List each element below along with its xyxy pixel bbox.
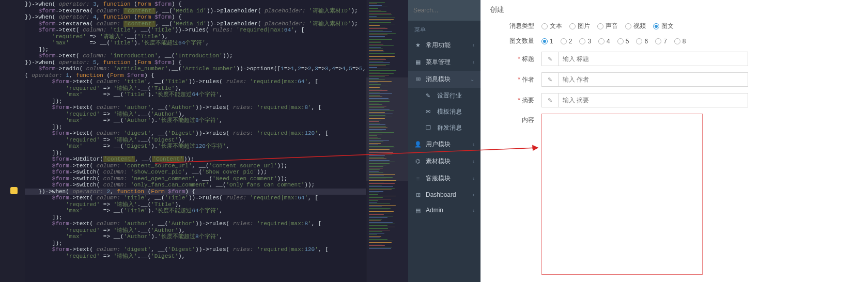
- code-line[interactable]: ]);: [25, 240, 408, 247]
- code-line[interactable]: $form->text( column: 'author', __('Autho…: [25, 221, 408, 227]
- author-input[interactable]: [559, 73, 748, 86]
- msg-type-option[interactable]: 图文: [653, 22, 674, 30]
- label-content: 内容: [490, 114, 541, 124]
- code-line[interactable]: 'max' => __('Title').'长度不能超过64个字符',: [25, 208, 408, 214]
- code-line[interactable]: 'max' => __('Title').'长度不能超过64个字符',: [25, 40, 408, 46]
- code-line[interactable]: $form->text( column: 'title', __('Title'…: [25, 79, 408, 85]
- minimap-line: [369, 222, 393, 223]
- content-editor[interactable]: [541, 114, 703, 275]
- msg-type-option[interactable]: 图片: [569, 22, 590, 30]
- code-line[interactable]: ]);: [25, 46, 408, 53]
- code-line[interactable]: 'required' => '请输入'.__('Author'),: [25, 227, 408, 234]
- radio-label: 视频: [633, 22, 646, 30]
- intention-bulb-icon[interactable]: [10, 187, 18, 194]
- code-line[interactable]: 'max' => __('Title').'长度不能超过64个字符',: [25, 91, 408, 98]
- code-line[interactable]: 'required' => '请输入'.__('Title'),: [25, 201, 408, 208]
- code-line[interactable]: $form->textarea( column: 'content', __('…: [25, 8, 408, 14]
- code-line[interactable]: ]);: [25, 214, 408, 221]
- editor-gutter: [0, 0, 25, 282]
- radio-label: 图片: [578, 22, 590, 30]
- radio-dot-icon: [674, 38, 680, 44]
- nav-icon: ≡: [414, 176, 422, 182]
- code-line[interactable]: })->when( operator: 3, function (Form $f…: [25, 1, 408, 8]
- chevron-left-icon: ‹: [473, 208, 474, 213]
- ide-editor: })->when( operator: 3, function (Form $f…: [0, 0, 408, 282]
- digest-input[interactable]: [559, 93, 748, 107]
- img-count-option[interactable]: 1: [541, 38, 553, 45]
- minimap-line: [369, 59, 386, 60]
- code-area[interactable]: })->when( operator: 3, function (Form $f…: [25, 0, 408, 282]
- sidebar-item[interactable]: ✉消息模块⌄: [408, 71, 481, 88]
- code-line[interactable]: $form->text( column: 'digest', __('Diges…: [25, 246, 408, 253]
- sidebar-item[interactable]: ⌬素材模块‹: [408, 153, 481, 170]
- minimap-line: [369, 188, 395, 189]
- img-count-option[interactable]: 6: [636, 38, 648, 45]
- code-line[interactable]: 'required' => '请输入'.__('Author'),: [25, 111, 408, 118]
- code-line[interactable]: 'max' => __('Digest').'长度不能超过120个字符',: [25, 143, 408, 150]
- code-line[interactable]: $form->radio( column: 'article_number',_…: [25, 66, 408, 72]
- minimap-line: [369, 8, 378, 9]
- code-line[interactable]: $form->textarea( column: 'content', __('…: [25, 21, 408, 27]
- search-input[interactable]: [413, 7, 491, 14]
- img-count-option[interactable]: 4: [598, 38, 610, 45]
- sidebar-item[interactable]: 👤用户模块‹: [408, 136, 481, 153]
- code-line[interactable]: 'required' => '请输入'.__('Title'),: [25, 85, 408, 92]
- img-count-option[interactable]: 8: [674, 38, 686, 45]
- radio-label: 2: [569, 38, 572, 45]
- sidebar-subitem[interactable]: ❐群发消息: [408, 120, 481, 136]
- code-line[interactable]: $form->switch( column: 'need_open_commen…: [25, 176, 408, 182]
- sidebar-item[interactable]: ★常用功能‹: [408, 37, 481, 54]
- minimap[interactable]: [366, 0, 408, 282]
- code-line[interactable]: ]);: [25, 124, 408, 131]
- nav-icon: ❐: [426, 124, 433, 131]
- code-line[interactable]: ]);: [25, 98, 408, 105]
- sidebar-item[interactable]: ⊞Dashboard‹: [408, 187, 481, 202]
- radio-dot-icon: [569, 23, 576, 29]
- code-line[interactable]: $form->text( column: 'title', __('Title'…: [25, 27, 408, 34]
- img-count-option[interactable]: 3: [579, 38, 591, 45]
- code-line[interactable]: 'required' => '请输入'.__('Digest'),: [25, 253, 408, 260]
- code-line[interactable]: $form->UEditor('content', __('Content'))…: [25, 156, 408, 163]
- code-line[interactable]: 'required' => '请输入'.__('Title'),: [25, 34, 408, 40]
- sidebar-item[interactable]: ▦菜单管理‹: [408, 54, 481, 71]
- minimap-line: [369, 66, 386, 66]
- img-count-option[interactable]: 5: [617, 38, 629, 45]
- msg-type-option[interactable]: 声音: [597, 22, 618, 30]
- code-line[interactable]: ( operator: 1, function (Form $form) {: [25, 72, 408, 79]
- code-line[interactable]: $form->text( column: 'digest', __('Diges…: [25, 130, 408, 137]
- code-line[interactable]: 'max' => __('Author').'长度不能超过8个字符',: [25, 233, 408, 240]
- minimap-line: [369, 205, 396, 206]
- required-marker: *: [518, 55, 520, 62]
- label-digest: *摘要: [490, 96, 541, 105]
- code-line[interactable]: $form->text( column: 'author', __('Autho…: [25, 104, 408, 111]
- sidebar-item[interactable]: ≡客服模块‹: [408, 170, 481, 187]
- code-line[interactable]: 'max' => __('Author').'长度不能超过8个字符',: [25, 117, 408, 124]
- sidebar-subitem[interactable]: ✎设置行业: [408, 88, 481, 104]
- msg-type-option[interactable]: 文本: [541, 22, 562, 30]
- sidebar-search[interactable]: ⌕: [408, 0, 481, 21]
- title-input[interactable]: [559, 52, 748, 66]
- code-line[interactable]: $form->text( column: 'content_source_url…: [25, 163, 408, 169]
- minimap-line: [369, 22, 391, 23]
- minimap-line: [369, 33, 396, 34]
- code-line[interactable]: $form->switch( column: 'only_fans_can_co…: [25, 182, 408, 189]
- sidebar-item[interactable]: ▤Admin‹: [408, 202, 481, 218]
- msg-type-option[interactable]: 视频: [625, 22, 646, 30]
- code-line[interactable]: $form->switch( column: 'show_cover_pic',…: [25, 169, 408, 176]
- input-group-author: ✎: [541, 72, 748, 87]
- radio-label: 8: [683, 38, 686, 45]
- code-line[interactable]: })->when( operator: 4, function (Form $f…: [25, 14, 408, 21]
- radio-label: 图文: [661, 22, 674, 30]
- code-line[interactable]: 'required' => '请输入'.__('Digest'),: [25, 137, 408, 144]
- minimap-viewport[interactable]: [366, 77, 408, 181]
- code-line[interactable]: $form->text( column: 'title', __('Title'…: [25, 195, 408, 201]
- code-line[interactable]: ]);: [25, 150, 408, 156]
- code-line[interactable]: $form->text( column: 'introduction', __(…: [25, 53, 408, 59]
- minimap-line: [369, 244, 382, 244]
- img-count-option[interactable]: 7: [655, 38, 667, 45]
- code-line[interactable]: })->when( operator: 2, function (Form $f…: [25, 189, 408, 195]
- minimap-line: [369, 207, 382, 207]
- img-count-option[interactable]: 2: [561, 38, 572, 45]
- code-line[interactable]: })->when( operator: 5, function (Form $f…: [25, 59, 408, 66]
- sidebar-subitem[interactable]: ✉模板消息: [408, 104, 481, 120]
